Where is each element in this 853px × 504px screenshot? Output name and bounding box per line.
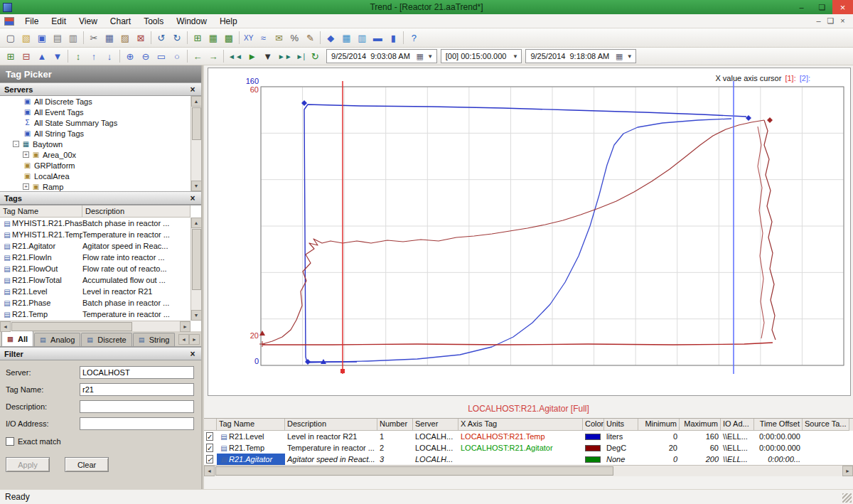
- exact-match-option[interactable]: Exact match: [6, 437, 195, 446]
- scroll-up-icon[interactable]: ▲: [191, 218, 202, 228]
- vertical-layout-icon[interactable]: ▮: [385, 31, 401, 45]
- tree-item-grplatform[interactable]: ▣GRPlatform: [0, 160, 191, 171]
- mdi-minimize-button[interactable]: –: [812, 16, 825, 26]
- tag-row-myhist1-r21-temp[interactable]: ▤MYHIST1.R21.TempTemperature in reactor …: [0, 229, 191, 240]
- file-new-icon[interactable]: ▢: [3, 31, 18, 45]
- grid-hscrollbar[interactable]: ◄ ►: [204, 465, 853, 476]
- tree-item-all-state-summary-tags[interactable]: ΣAll State Summary Tags: [0, 117, 191, 128]
- print-icon[interactable]: ▤: [50, 31, 65, 45]
- add-trend-chart-icon[interactable]: ⊞: [190, 31, 205, 45]
- tab-string[interactable]: ▤String: [133, 333, 176, 346]
- tags-scrollbar[interactable]: ▲ ▼: [191, 218, 201, 321]
- dropdown-arrow-icon[interactable]: ▼: [625, 53, 634, 60]
- chart-plot-area[interactable]: [208, 68, 851, 396]
- filter-close-icon[interactable]: ×: [188, 349, 197, 359]
- step-back-icon[interactable]: ◄◄: [226, 49, 245, 64]
- grid-col-max[interactable]: Maximum: [680, 419, 721, 431]
- scroll-thumb[interactable]: [192, 107, 201, 140]
- tag-list-view-icon[interactable]: ▩: [221, 31, 237, 45]
- dropdown-arrow-icon[interactable]: ▼: [510, 53, 520, 60]
- help-icon[interactable]: ?: [406, 31, 422, 45]
- grid-cell-check[interactable]: ✓: [204, 431, 217, 442]
- zoom-out-icon[interactable]: ⊖: [138, 49, 154, 64]
- annotate-icon[interactable]: ✎: [302, 31, 318, 45]
- trend-chart[interactable]: X value axis cursor[1]:[2]: 16060200: [204, 65, 853, 400]
- zoom-reset-icon[interactable]: ○: [169, 49, 185, 64]
- collapse-icon[interactable]: -: [13, 141, 19, 147]
- tree-item-all-discrete-tags[interactable]: ▣All Discrete Tags: [0, 96, 191, 107]
- tag-row-myhist1-r21-phase[interactable]: ▤MYHIST1.R21.PhaseBatch phase in reactor…: [0, 218, 191, 229]
- pen-enabled-checkbox[interactable]: ✓: [206, 432, 213, 441]
- grid-row-r21-agitator[interactable]: ✓▤R21.AgitatorAgitator speed in React...…: [204, 454, 853, 465]
- calendar-icon[interactable]: ▦: [414, 50, 426, 62]
- menu-window[interactable]: Window: [170, 15, 213, 28]
- mdi-restore-button[interactable]: ❏: [825, 16, 837, 26]
- menu-edit[interactable]: Edit: [45, 15, 73, 28]
- tab-all[interactable]: ▤All: [1, 331, 33, 346]
- expand-icon[interactable]: +: [23, 183, 29, 190]
- minimize-button[interactable]: –: [791, 0, 812, 14]
- file-save-icon[interactable]: ▣: [34, 31, 50, 45]
- pen-color-swatch[interactable]: [585, 445, 601, 451]
- scale-down-icon[interactable]: ↓: [102, 49, 117, 64]
- scroll-left-icon[interactable]: ◄: [204, 466, 215, 476]
- tree-item-all-event-tags[interactable]: ▣All Event Tags: [0, 107, 191, 117]
- grid-col-number[interactable]: Number: [377, 419, 413, 431]
- scroll-right-icon[interactable]: ►: [180, 321, 191, 332]
- grid-col-desc[interactable]: Description: [285, 419, 377, 431]
- pen-color-swatch[interactable]: [585, 456, 601, 463]
- tags-close-icon[interactable]: ×: [188, 193, 197, 203]
- undo-icon[interactable]: ↺: [154, 31, 169, 45]
- tag-row-r21-flowout[interactable]: ▤R21.FlowOutFlow rate out of reacto...: [0, 263, 191, 274]
- tag-row-r21-flowin[interactable]: ▤R21.FlowInFlow rate into reactor ...: [0, 252, 191, 263]
- pen-enabled-checkbox[interactable]: ✓: [206, 444, 213, 452]
- horizontal-layout-icon[interactable]: ▬: [370, 31, 385, 45]
- scroll-thumb[interactable]: [215, 466, 613, 476]
- tree-item-area-00x[interactable]: +▣Area_00x: [0, 149, 191, 160]
- chart-grid-toggle-icon[interactable]: ▦: [338, 31, 354, 45]
- tag-row-r21-flowtotal[interactable]: ▤R21.FlowTotalAccumulated flow out ...: [0, 274, 191, 286]
- tree-item-all-string-tags[interactable]: ▣All String Tags: [0, 128, 191, 139]
- grid-row-r21-level[interactable]: ✓▤R21.LevelLevel in reactor R211LOCALH..…: [204, 431, 853, 442]
- pan-right-icon[interactable]: →: [205, 49, 221, 64]
- scroll-thumb[interactable]: [11, 322, 132, 331]
- filter-io-address-input[interactable]: [80, 417, 194, 430]
- filter-description-input[interactable]: [80, 400, 194, 413]
- step-forward-icon[interactable]: ►►: [276, 49, 294, 64]
- tab-analog[interactable]: ▤Analog: [34, 333, 80, 346]
- scroll-down-icon[interactable]: ▼: [191, 310, 202, 321]
- menu-file[interactable]: File: [18, 15, 45, 28]
- tree-item-ramp[interactable]: +▣Ramp: [0, 181, 191, 191]
- tag-row-r21-phase[interactable]: ▤R21.PhaseBatch phase in reactor ...: [0, 297, 191, 309]
- grid-col-io[interactable]: IO Ad...: [721, 419, 754, 431]
- print-preview-icon[interactable]: ▥: [65, 31, 81, 45]
- servers-close-icon[interactable]: ×: [188, 85, 197, 95]
- pen-enabled-checkbox[interactable]: ✓: [206, 455, 213, 463]
- menu-chart[interactable]: Chart: [104, 15, 137, 28]
- tab-scroll-left-icon[interactable]: ◄: [178, 334, 189, 345]
- grid-col-min[interactable]: Minimum: [638, 419, 680, 431]
- grid-cell-check[interactable]: ✓: [204, 442, 217, 454]
- pen-move-down-icon[interactable]: ▼: [50, 49, 65, 64]
- zoom-window-icon[interactable]: ▭: [154, 49, 169, 64]
- pan-left-icon[interactable]: ←: [190, 49, 205, 64]
- close-button[interactable]: ×: [832, 0, 853, 14]
- duration-picker[interactable]: [00] 00:15:00.000▼: [441, 49, 522, 63]
- tags-hscrollbar[interactable]: ◄ ►: [0, 321, 191, 331]
- calendar-icon[interactable]: ▦: [613, 50, 625, 62]
- pen-style-icon[interactable]: ◆: [323, 31, 338, 45]
- grid-row-r21-temp[interactable]: ✓▤R21.TempTemperature in reactor ...2LOC…: [204, 442, 853, 454]
- filter-server-input[interactable]: [80, 366, 194, 379]
- tag-row-r21-temp[interactable]: ▤R21.TempTemperature in reactor ...: [0, 309, 191, 320]
- exact-match-checkbox[interactable]: [6, 437, 14, 446]
- pen-move-up-icon[interactable]: ▲: [34, 49, 50, 64]
- grid-col-server[interactable]: Server: [413, 419, 458, 431]
- file-open-icon[interactable]: ▧: [18, 31, 34, 45]
- play-icon[interactable]: ►: [245, 49, 260, 64]
- scroll-right-icon[interactable]: ►: [842, 466, 853, 476]
- start-time-picker[interactable]: 9/25/2014 9:03:08 AM▦▼: [326, 49, 437, 63]
- trend-table-view-icon[interactable]: ▦: [205, 31, 221, 45]
- apply-button[interactable]: Apply: [6, 457, 50, 472]
- scale-up-icon[interactable]: ↑: [86, 49, 102, 64]
- servers-scrollbar[interactable]: ▲ ▼: [191, 96, 201, 191]
